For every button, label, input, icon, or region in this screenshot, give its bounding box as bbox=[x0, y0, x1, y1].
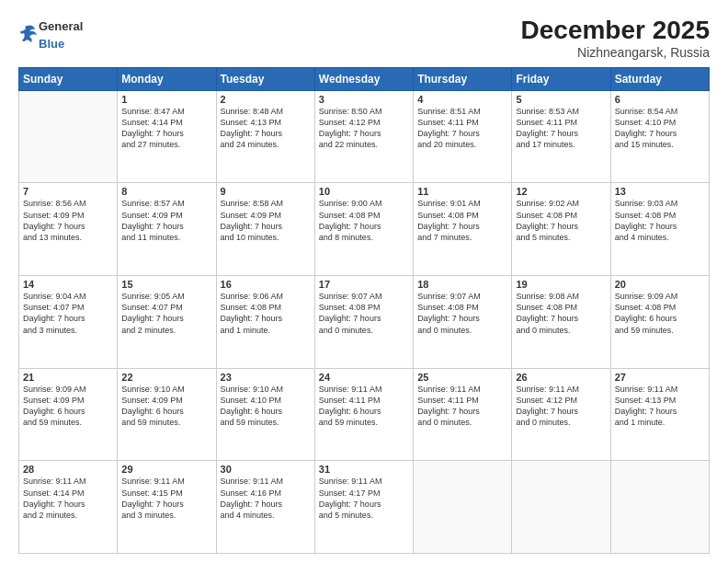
day-info: Sunrise: 9:10 AM Sunset: 4:09 PM Dayligh… bbox=[121, 384, 211, 429]
table-row: 4Sunrise: 8:51 AM Sunset: 4:11 PM Daylig… bbox=[414, 90, 512, 183]
calendar-week-1: 1Sunrise: 8:47 AM Sunset: 4:14 PM Daylig… bbox=[19, 90, 710, 183]
day-info: Sunrise: 9:03 AM Sunset: 4:08 PM Dayligh… bbox=[615, 198, 705, 243]
table-row: 2Sunrise: 8:48 AM Sunset: 4:13 PM Daylig… bbox=[216, 90, 314, 183]
col-friday: Friday bbox=[512, 67, 610, 90]
table-row: 24Sunrise: 9:11 AM Sunset: 4:11 PM Dayli… bbox=[314, 368, 413, 461]
table-row: 19Sunrise: 9:08 AM Sunset: 4:08 PM Dayli… bbox=[512, 276, 610, 369]
day-info: Sunrise: 9:07 AM Sunset: 4:08 PM Dayligh… bbox=[417, 291, 507, 336]
day-number: 28 bbox=[23, 464, 113, 475]
table-row: 8Sunrise: 8:57 AM Sunset: 4:09 PM Daylig… bbox=[118, 183, 216, 276]
table-row: 17Sunrise: 9:07 AM Sunset: 4:08 PM Dayli… bbox=[314, 276, 413, 369]
day-number: 20 bbox=[615, 279, 705, 290]
table-row: 25Sunrise: 9:11 AM Sunset: 4:11 PM Dayli… bbox=[414, 368, 512, 461]
day-info: Sunrise: 9:09 AM Sunset: 4:09 PM Dayligh… bbox=[23, 384, 113, 429]
day-info: Sunrise: 9:11 AM Sunset: 4:13 PM Dayligh… bbox=[615, 384, 705, 429]
day-number: 9 bbox=[221, 186, 311, 197]
table-row bbox=[19, 90, 118, 183]
calendar-header-row: Sunday Monday Tuesday Wednesday Thursday… bbox=[19, 67, 710, 90]
page-header: General Blue December 2025 Nizhneangarsk… bbox=[18, 17, 710, 60]
table-row: 31Sunrise: 9:11 AM Sunset: 4:17 PM Dayli… bbox=[314, 461, 413, 554]
table-row: 20Sunrise: 9:09 AM Sunset: 4:08 PM Dayli… bbox=[610, 276, 709, 369]
day-number: 26 bbox=[516, 372, 606, 383]
day-info: Sunrise: 8:51 AM Sunset: 4:11 PM Dayligh… bbox=[417, 106, 507, 151]
day-info: Sunrise: 8:53 AM Sunset: 4:11 PM Dayligh… bbox=[516, 106, 606, 151]
day-number: 29 bbox=[121, 464, 211, 475]
table-row: 29Sunrise: 9:11 AM Sunset: 4:15 PM Dayli… bbox=[118, 461, 216, 554]
day-number: 18 bbox=[417, 279, 507, 290]
day-number: 1 bbox=[121, 94, 211, 105]
table-row: 9Sunrise: 8:58 AM Sunset: 4:09 PM Daylig… bbox=[216, 183, 314, 276]
day-number: 22 bbox=[121, 372, 211, 383]
col-saturday: Saturday bbox=[610, 67, 709, 90]
day-number: 16 bbox=[221, 279, 311, 290]
table-row: 30Sunrise: 9:11 AM Sunset: 4:16 PM Dayli… bbox=[216, 461, 314, 554]
table-row: 15Sunrise: 9:05 AM Sunset: 4:07 PM Dayli… bbox=[118, 276, 216, 369]
col-thursday: Thursday bbox=[414, 67, 512, 90]
logo: General Blue bbox=[18, 17, 83, 52]
day-info: Sunrise: 9:11 AM Sunset: 4:15 PM Dayligh… bbox=[121, 476, 211, 521]
day-number: 23 bbox=[221, 372, 311, 383]
day-number: 21 bbox=[23, 372, 113, 383]
col-wednesday: Wednesday bbox=[314, 67, 413, 90]
table-row: 12Sunrise: 9:02 AM Sunset: 4:08 PM Dayli… bbox=[512, 183, 610, 276]
day-number: 2 bbox=[221, 94, 311, 105]
table-row: 18Sunrise: 9:07 AM Sunset: 4:08 PM Dayli… bbox=[414, 276, 512, 369]
day-number: 27 bbox=[615, 372, 705, 383]
day-number: 3 bbox=[319, 94, 409, 105]
location: Nizhneangarsk, Russia bbox=[521, 45, 710, 60]
day-number: 12 bbox=[516, 186, 606, 197]
table-row: 5Sunrise: 8:53 AM Sunset: 4:11 PM Daylig… bbox=[512, 90, 610, 183]
table-row: 28Sunrise: 9:11 AM Sunset: 4:14 PM Dayli… bbox=[19, 461, 118, 554]
day-number: 24 bbox=[319, 372, 409, 383]
day-number: 7 bbox=[23, 186, 113, 197]
day-info: Sunrise: 9:11 AM Sunset: 4:17 PM Dayligh… bbox=[319, 476, 409, 521]
calendar-week-5: 28Sunrise: 9:11 AM Sunset: 4:14 PM Dayli… bbox=[19, 461, 710, 554]
col-monday: Monday bbox=[118, 67, 216, 90]
day-number: 17 bbox=[319, 279, 409, 290]
day-info: Sunrise: 9:00 AM Sunset: 4:08 PM Dayligh… bbox=[319, 198, 409, 243]
table-row bbox=[414, 461, 512, 554]
day-info: Sunrise: 9:08 AM Sunset: 4:08 PM Dayligh… bbox=[516, 291, 606, 336]
day-number: 4 bbox=[417, 94, 507, 105]
calendar-week-4: 21Sunrise: 9:09 AM Sunset: 4:09 PM Dayli… bbox=[19, 368, 710, 461]
day-number: 8 bbox=[121, 186, 211, 197]
day-info: Sunrise: 9:11 AM Sunset: 4:16 PM Dayligh… bbox=[221, 476, 311, 521]
day-info: Sunrise: 9:09 AM Sunset: 4:08 PM Dayligh… bbox=[615, 291, 705, 336]
day-number: 10 bbox=[319, 186, 409, 197]
day-info: Sunrise: 9:11 AM Sunset: 4:12 PM Dayligh… bbox=[516, 384, 606, 429]
day-info: Sunrise: 9:11 AM Sunset: 4:11 PM Dayligh… bbox=[417, 384, 507, 429]
table-row: 22Sunrise: 9:10 AM Sunset: 4:09 PM Dayli… bbox=[118, 368, 216, 461]
table-row: 13Sunrise: 9:03 AM Sunset: 4:08 PM Dayli… bbox=[610, 183, 709, 276]
calendar-week-3: 14Sunrise: 9:04 AM Sunset: 4:07 PM Dayli… bbox=[19, 276, 710, 369]
calendar-week-2: 7Sunrise: 8:56 AM Sunset: 4:09 PM Daylig… bbox=[19, 183, 710, 276]
table-row: 10Sunrise: 9:00 AM Sunset: 4:08 PM Dayli… bbox=[314, 183, 413, 276]
day-number: 30 bbox=[221, 464, 311, 475]
day-info: Sunrise: 8:48 AM Sunset: 4:13 PM Dayligh… bbox=[221, 106, 311, 151]
table-row bbox=[610, 461, 709, 554]
day-number: 31 bbox=[319, 464, 409, 475]
day-info: Sunrise: 8:56 AM Sunset: 4:09 PM Dayligh… bbox=[23, 198, 113, 243]
table-row: 7Sunrise: 8:56 AM Sunset: 4:09 PM Daylig… bbox=[19, 183, 118, 276]
day-number: 15 bbox=[121, 279, 211, 290]
day-number: 14 bbox=[23, 279, 113, 290]
table-row: 21Sunrise: 9:09 AM Sunset: 4:09 PM Dayli… bbox=[19, 368, 118, 461]
table-row: 14Sunrise: 9:04 AM Sunset: 4:07 PM Dayli… bbox=[19, 276, 118, 369]
table-row bbox=[512, 461, 610, 554]
day-info: Sunrise: 9:11 AM Sunset: 4:14 PM Dayligh… bbox=[23, 476, 113, 521]
table-row: 16Sunrise: 9:06 AM Sunset: 4:08 PM Dayli… bbox=[216, 276, 314, 369]
day-number: 13 bbox=[615, 186, 705, 197]
day-info: Sunrise: 8:57 AM Sunset: 4:09 PM Dayligh… bbox=[121, 198, 211, 243]
table-row: 6Sunrise: 8:54 AM Sunset: 4:10 PM Daylig… bbox=[610, 90, 709, 183]
day-number: 19 bbox=[516, 279, 606, 290]
day-info: Sunrise: 8:50 AM Sunset: 4:12 PM Dayligh… bbox=[319, 106, 409, 151]
day-info: Sunrise: 9:11 AM Sunset: 4:11 PM Dayligh… bbox=[319, 384, 409, 429]
day-info: Sunrise: 8:54 AM Sunset: 4:10 PM Dayligh… bbox=[615, 106, 705, 151]
month-title: December 2025 bbox=[521, 17, 710, 45]
day-info: Sunrise: 9:07 AM Sunset: 4:08 PM Dayligh… bbox=[319, 291, 409, 336]
day-info: Sunrise: 9:10 AM Sunset: 4:10 PM Dayligh… bbox=[221, 384, 311, 429]
day-number: 25 bbox=[417, 372, 507, 383]
table-row: 3Sunrise: 8:50 AM Sunset: 4:12 PM Daylig… bbox=[314, 90, 413, 183]
day-info: Sunrise: 8:47 AM Sunset: 4:14 PM Dayligh… bbox=[121, 106, 211, 151]
day-number: 6 bbox=[615, 94, 705, 105]
day-number: 11 bbox=[417, 186, 507, 197]
